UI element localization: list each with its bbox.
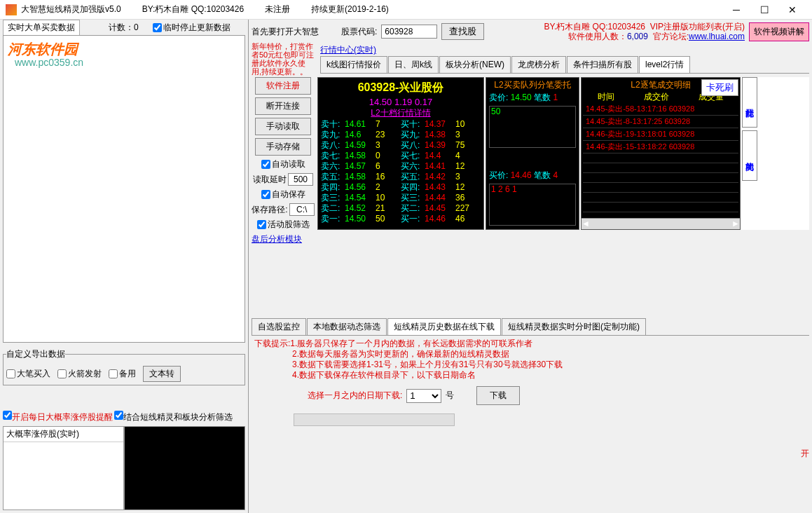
user-count-label: 软件使用人数：: [568, 32, 627, 41]
user-count: 6,009: [627, 32, 648, 41]
right-panel: 首先要打开大智慧 股票代码: 查找股 BY.朽木自雕 QQ:10203426 V…: [249, 20, 812, 513]
forum-link[interactable]: www.lhuai.com: [689, 32, 745, 41]
dl-tab-0[interactable]: 自选股监控: [252, 318, 306, 335]
dl-unit: 号: [446, 390, 454, 402]
l2-trade-panel: L2逐笔成交明细 卡死刷 时间成交价成交量 14.45-卖出-58-13:17:…: [581, 77, 741, 230]
update-info: 持续更新(2019-2-16): [311, 4, 389, 15]
quote-tab-0[interactable]: k线图行情报价: [320, 56, 387, 73]
depth-row: 卖十:14.617买十:14.3710: [321, 119, 481, 130]
btn-manual-save[interactable]: 手动存储: [255, 138, 311, 156]
btn-disconnect[interactable]: 断开连接: [255, 97, 311, 115]
btn-export-text[interactable]: 文本转: [143, 366, 181, 382]
download-progress: [294, 413, 455, 426]
tab-realtime-data[interactable]: 实时大单买卖数据: [3, 20, 80, 36]
quote-tab-4[interactable]: 条件扫描所有股: [567, 56, 638, 73]
stock-code-label: 股票代码:: [341, 26, 377, 38]
left-panel: 实时大单买卖数据 计数：0 临时停止更新数据 河东软件园 www.pc0359.…: [0, 20, 249, 513]
download-hints: 下载提示:1.服务器只保存了一个月内的数据，有长远数据需求的可联系作者2.数据每…: [254, 338, 809, 381]
quote-tab-5[interactable]: level2行情: [639, 56, 690, 73]
promo-text: 新年特价，打赏作者50元红包即可注册此软件永久使用,持续更新。。: [252, 42, 315, 76]
probable-limit-header: 大概率涨停股(实时): [4, 427, 123, 442]
dl-label: 选择一月之内的日期下载:: [308, 390, 402, 402]
depth-row: 卖一:14.5050买一:14.4646: [321, 214, 481, 224]
depth-panel: 603928-兴业股份 14.50 1.19 0.17 L2十档行情详情 卖十:…: [317, 77, 484, 230]
quote-center-link[interactable]: 行情中心(实时): [320, 45, 376, 55]
delay-label: 读取延时: [253, 174, 287, 186]
sell-queue-box: 50: [489, 106, 576, 148]
depth-row: 卖五:14.5816买五:14.423: [321, 172, 481, 182]
stock-title: 603928-兴业股份: [321, 81, 481, 95]
info-vip: VIP注册版功能列表(开启): [650, 22, 745, 32]
chk-rocket[interactable]: 火箭发射: [57, 368, 102, 380]
maximize-button[interactable]: ☐: [750, 0, 778, 20]
dl-day-select[interactable]: 1: [406, 389, 441, 403]
chk-bigbuy[interactable]: 大笔买入: [6, 368, 50, 380]
depth-row: 卖七:14.580买七:14.44: [321, 151, 481, 161]
btn-open-feature[interactable]: 打开此功能: [742, 77, 757, 128]
watermark-logo: 河东软件园: [8, 40, 78, 59]
btn-manual-read[interactable]: 手动读取: [255, 118, 311, 135]
reg-status: 未注册: [265, 4, 290, 15]
chk-autoread[interactable]: 自动读取: [261, 158, 305, 170]
chk-pause-update[interactable]: 临时停止更新数据: [153, 22, 230, 34]
probable-limit-list[interactable]: 大概率涨停股(实时): [3, 426, 124, 510]
export-legend: 自定义导出数据: [6, 348, 65, 360]
count-label: 计数：0: [109, 22, 139, 34]
depth-row: 卖二:14.5221买二:14.45227: [321, 203, 481, 214]
minimize-button[interactable]: ─: [722, 0, 750, 20]
depth-row: 卖六:14.576买六:14.4112: [321, 161, 481, 172]
dl-tab-2[interactable]: 短线精灵历史数据在线下载: [387, 318, 501, 335]
trade-row: 14.45-卖出-58-13:17:16 603928: [583, 103, 738, 116]
stock-code-input[interactable]: [381, 25, 437, 39]
trade-row: 14.45-卖出-8-13:17:25 603928: [583, 116, 738, 128]
trade-row: 14.46-卖出-19-13:18:01 603928: [583, 128, 738, 141]
window-title: 大智慧短线精灵加强版v5.0: [21, 4, 121, 15]
tabs-quote: k线图行情报价日、周k线板块分析(NEW)龙虎榜分析条件扫描所有股level2行…: [320, 56, 809, 74]
chk-combine-filter[interactable]: 结合短线精灵和板块分析筛选: [114, 411, 233, 423]
depth-row: 卖三:14.5410买三:14.4436: [321, 193, 481, 203]
btn-video-guide[interactable]: 软件视频讲解: [749, 22, 809, 41]
open-hint: 首先要打开大智慧: [252, 26, 319, 38]
trade-scrollbar[interactable]: ◄►: [582, 218, 740, 229]
dl-tab-3[interactable]: 短线精灵数据实时分时图(定制功能): [502, 318, 646, 335]
realtime-list[interactable]: 河东软件园 www.pc0359.cn: [3, 35, 245, 343]
author-info: BY:朽木自雕 QQ:10203426: [142, 4, 244, 15]
l2-queue-header: L2买卖队列分笔委托: [488, 79, 577, 91]
btn-find-stock[interactable]: 查找股: [441, 23, 484, 40]
path-input[interactable]: [289, 203, 315, 216]
after-analysis-link[interactable]: 盘后分析模块: [252, 233, 809, 245]
delay-input[interactable]: [288, 173, 313, 186]
chk-backup[interactable]: 备用: [109, 368, 136, 380]
watermark-url: www.pc0359.cn: [15, 57, 83, 68]
btn-close-feature[interactable]: 关闭此功能: [742, 130, 757, 181]
btn-refresh[interactable]: 卡死刷: [701, 79, 738, 96]
control-column: 软件注册 断开连接 手动读取 手动存储 自动读取 读取延时 自动保存 保存路径:…: [252, 77, 315, 231]
chk-active-filter[interactable]: 活动股筛选: [257, 219, 310, 231]
depth-row: 卖八:14.593买八:14.3975: [321, 140, 481, 151]
close-button[interactable]: ✕: [778, 0, 806, 20]
forum-label: 官方论坛:: [653, 32, 689, 41]
black-panel-bottom: [124, 426, 245, 510]
chk-daily-reminder[interactable]: 开启每日大概率涨停股提醒: [3, 411, 113, 423]
quote-tab-1[interactable]: 日、周k线: [388, 56, 439, 73]
titlebar: 大智慧短线精灵加强版v5.0 BY:朽木自雕 QQ:10203426 未注册 持…: [0, 0, 812, 20]
depth-row: 卖九:14.623买九:14.383: [321, 130, 481, 140]
btn-download[interactable]: 下载: [476, 386, 520, 405]
dl-tab-1[interactable]: 本地数据动态筛选: [307, 318, 387, 335]
quote-tab-3[interactable]: 龙虎榜分析: [511, 56, 566, 73]
path-label: 保存路径:: [252, 204, 287, 216]
quote-tab-2[interactable]: 板块分析(NEW): [439, 56, 511, 73]
l2-queue-panel: L2买卖队列分笔委托 卖价: 14.50 笔数 1 50 买价: 14.46 笔…: [486, 77, 579, 230]
buy-queue-box: 1 2 6 1: [489, 184, 576, 226]
chk-autosave[interactable]: 自动保存: [261, 189, 305, 200]
depth-row: 卖四:14.562买四:14.4312: [321, 182, 481, 193]
info-author: BY.朽木自雕 QQ:10203426: [544, 22, 645, 32]
app-icon: [6, 4, 17, 15]
trade-row: 14.46-卖出-15-13:18:22 603928: [583, 141, 738, 153]
depth-subtitle: L2十档行情详情: [321, 107, 481, 119]
btn-register[interactable]: 软件注册: [255, 77, 311, 95]
price-line: 14.50 1.19 0.17: [321, 97, 481, 107]
export-group: 自定义导出数据 大笔买入 火箭发射 备用 文本转: [3, 348, 245, 385]
tabs-download: 自选股监控本地数据动态筛选短线精灵历史数据在线下载短线精灵数据实时分时图(定制功…: [252, 318, 809, 336]
